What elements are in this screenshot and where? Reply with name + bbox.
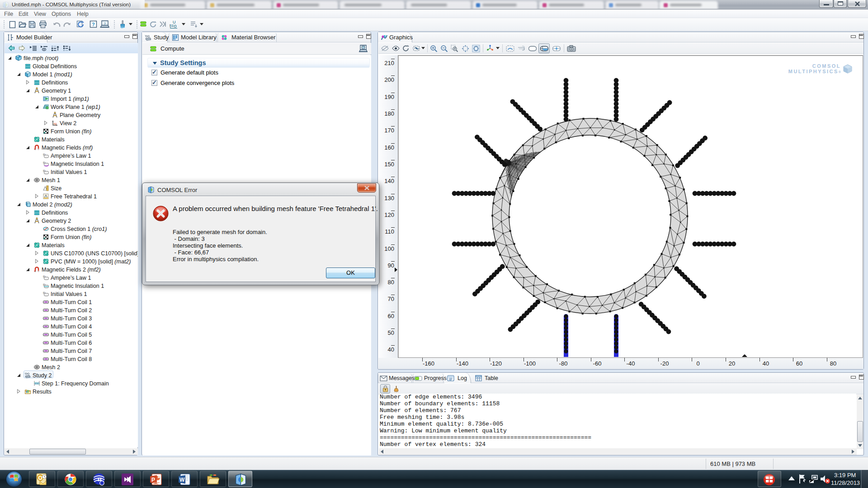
svg-text:?: ? [92,22,95,27]
svg-text:?: ? [104,22,106,26]
svg-text:?: ? [363,46,364,49]
svg-text:W: W [179,477,185,483]
svg-text:U: U [173,20,176,24]
svg-text:P: P [151,477,155,483]
svg-text:O: O [38,475,42,481]
